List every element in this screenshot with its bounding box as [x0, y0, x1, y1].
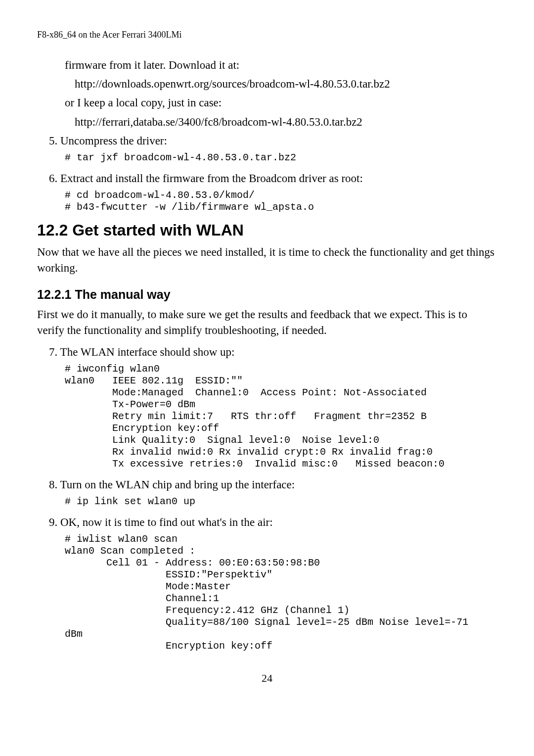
list-item-6: 6. Extract and install the firmware from…	[37, 171, 497, 187]
page-header: F8-x86_64 on the Acer Ferrari 3400LMi	[37, 30, 497, 40]
paragraph: firmware from it later. Download it at:	[65, 57, 497, 73]
paragraph: or I keep a local copy, just in case:	[65, 95, 497, 111]
page-number: 24	[37, 672, 497, 685]
url-text: http://ferrari,databa.se/3400/fc8/broadc…	[75, 114, 497, 130]
list-item-5: 5. Uncompress the driver:	[37, 133, 497, 149]
paragraph: First we do it manually, to make sure we…	[37, 307, 497, 338]
list-item-7: 7. The WLAN interface should show up:	[37, 344, 497, 360]
heading-12-2-1: 12.2.1 The manual way	[37, 287, 497, 302]
heading-12-2: 12.2 Get started with WLAN	[37, 221, 497, 239]
code-block: # cd broadcom-wl-4.80.53.0/kmod/ # b43-f…	[65, 189, 497, 213]
code-block: # iwlist wlan0 scan wlan0 Scan completed…	[65, 533, 497, 652]
code-block: # ip link set wlan0 up	[65, 496, 497, 508]
code-block: # iwconfig wlan0 wlan0 IEEE 802.11g ESSI…	[65, 363, 497, 470]
list-item-8: 8. Turn on the WLAN chip and bring up th…	[37, 477, 497, 493]
url-text: http://downloads.openwrt.org/sources/bro…	[75, 76, 497, 92]
list-item-9: 9. OK, now it is time to find out what's…	[37, 515, 497, 530]
code-block: # tar jxf broadcom-wl-4.80.53.0.tar.bz2	[65, 152, 497, 164]
paragraph: Now that we have all the pieces we need …	[37, 244, 497, 276]
